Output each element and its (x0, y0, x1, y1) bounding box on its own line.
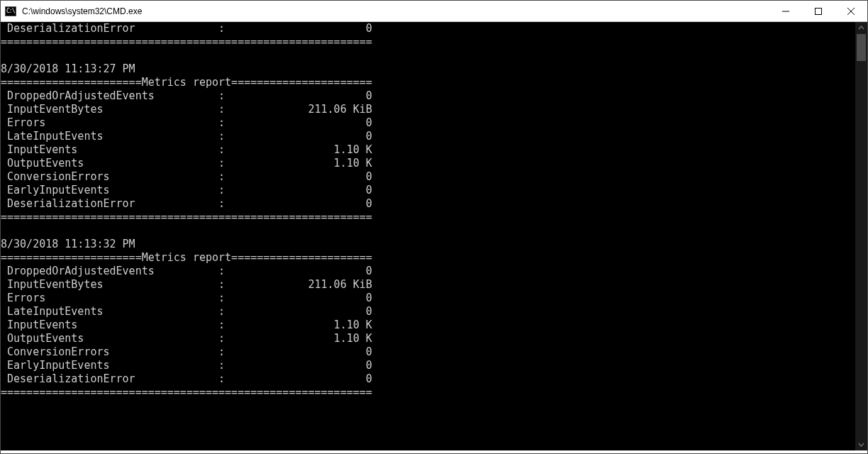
maximize-icon (815, 8, 822, 15)
maximize-button[interactable] (802, 1, 835, 22)
scroll-track[interactable] (855, 34, 867, 438)
client-area: DeserializationError : 0 ===============… (1, 22, 867, 450)
cmd-window: C:\. C:\windows\system32\CMD.exe (0, 0, 868, 454)
chevron-down-icon (858, 441, 864, 448)
window-title: C:\windows\system32\CMD.exe (21, 6, 769, 16)
cmd-icon: C:\. (5, 6, 16, 16)
minimize-icon (782, 8, 789, 15)
terminal-output[interactable]: DeserializationError : 0 ===============… (1, 22, 855, 450)
close-icon (847, 8, 855, 15)
close-button[interactable] (835, 1, 867, 22)
window-icon-slot: C:\. (1, 1, 21, 22)
minimize-button[interactable] (769, 1, 802, 22)
chevron-up-icon (858, 25, 864, 31)
scroll-down-button[interactable] (855, 438, 867, 450)
window-controls (769, 1, 867, 22)
bottom-frame-strip (1, 450, 867, 453)
scroll-up-button[interactable] (855, 22, 867, 34)
vertical-scrollbar[interactable] (855, 22, 867, 450)
scroll-thumb[interactable] (857, 34, 866, 61)
titlebar[interactable]: C:\. C:\windows\system32\CMD.exe (1, 1, 867, 22)
svg-rect-1 (816, 8, 822, 14)
